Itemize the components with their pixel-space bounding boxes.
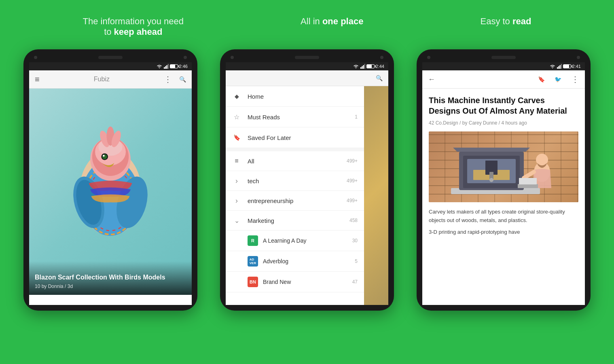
nav-home-label: Home: [248, 93, 358, 100]
channel-r-icon: R: [248, 235, 258, 246]
search-icon[interactable]: [179, 76, 186, 83]
article-reader-content: This Machine Instantly Carves Designs Ou…: [422, 89, 585, 305]
nav-must-reads-label: Must Reads: [248, 114, 348, 121]
phone-1-camera: [34, 56, 37, 59]
article-caption-title: Blazon Scarf Collection With Birds Model…: [35, 273, 186, 282]
phone-3-status-icons: 2:41: [549, 64, 581, 69]
tagline-1-line2-before: to: [104, 27, 114, 37]
nav-must-reads-badge: 1: [355, 114, 358, 120]
tagline-3-bold: read: [512, 16, 531, 26]
list-icon: [232, 157, 241, 165]
bookmark-icon: [232, 133, 241, 142]
phone-2-camera-right: [380, 56, 383, 59]
signal-icon-3: [557, 64, 562, 69]
twitter-icon[interactable]: [555, 76, 561, 83]
phone-1-app-bar: Fubiz: [29, 70, 192, 89]
article-caption-meta: 10 by Donnia / 3d: [35, 284, 186, 289]
wifi-icon-2: [353, 64, 359, 69]
article-body-1: Carvey lets makers of all types create o…: [429, 208, 578, 225]
nav-drawer: Home Must Reads 1 Saved For Later: [226, 86, 388, 305]
tagline-3: Easy to read: [480, 16, 531, 37]
article-main-image: [429, 131, 578, 202]
article-caption: Blazon Scarf Collection With Birds Model…: [29, 261, 192, 295]
nav-all-badge: 499+: [347, 158, 358, 164]
phone-1-speaker: [98, 56, 123, 59]
svg-rect-26: [558, 66, 559, 69]
tagline-1: The information you need to keep ahead: [83, 16, 184, 37]
phone-1-screen: 2:46 Fubiz: [29, 62, 192, 305]
phone-2-screen: 2:44 Home Must Re: [226, 62, 388, 305]
nav-item-tech[interactable]: tech 499+: [226, 171, 364, 191]
battery-icon-2: [366, 64, 375, 68]
phones-row: 2:46 Fubiz: [0, 49, 614, 311]
search-icon-2[interactable]: [376, 74, 383, 82]
nav-bn-label: Brand New: [263, 279, 347, 285]
nav-tech-badge: 499+: [347, 178, 358, 184]
phone-3: 2:41 This Machine Instantly Carves Desig…: [417, 49, 591, 311]
tagline-3-before: Easy to: [480, 16, 512, 26]
nav-saved-label: Saved For Later: [248, 134, 358, 141]
bookmark-icon-reader[interactable]: [538, 76, 545, 83]
phone-1-article-image: Blazon Scarf Collection With Birds Model…: [29, 89, 192, 295]
nav-item-all[interactable]: All 499+: [226, 151, 364, 171]
more-icon[interactable]: [164, 74, 172, 84]
phone-2-speaker: [295, 56, 319, 59]
nav-item-marketing[interactable]: Marketing 458: [226, 211, 364, 231]
channel-adv-icon: ADVER: [248, 256, 258, 267]
tagline-2-bold: one place: [322, 16, 363, 26]
phone-1-top-bar: [29, 55, 192, 62]
nav-item-must-reads[interactable]: Must Reads 1: [226, 107, 364, 127]
battery-icon-3: [563, 64, 571, 68]
back-icon[interactable]: [428, 75, 435, 84]
phone-2-camera: [231, 56, 234, 59]
svg-rect-28: [561, 64, 561, 69]
phone-2-app-bar: [226, 70, 388, 86]
phone-2-status-bar: 2:44: [226, 62, 388, 70]
more-icon-reader[interactable]: [571, 74, 579, 84]
svg-rect-2: [166, 65, 167, 69]
nav-ent-label: entrepreneurship: [248, 197, 340, 204]
nav-item-entrepreneurship[interactable]: entrepreneurship 499+: [226, 191, 364, 211]
phone-3-status-bar: 2:41: [422, 62, 585, 70]
home-icon: [232, 92, 241, 101]
nav-sub-item-adv[interactable]: ADVER Adverblog 5: [226, 251, 364, 272]
app-bar-title: Fubiz: [44, 76, 160, 83]
taglines-row: The information you need to keep ahead A…: [0, 0, 614, 49]
nav-all-label: All: [248, 158, 340, 165]
svg-rect-27: [559, 65, 561, 69]
phone-1-time: 2:46: [179, 64, 188, 69]
menu-icon[interactable]: [35, 75, 40, 84]
cnc-machine-svg: [443, 131, 564, 202]
svg-rect-25: [557, 67, 558, 69]
svg-point-19: [102, 154, 107, 159]
nav-sub-item-bn[interactable]: BN Brand New 47: [226, 272, 364, 292]
tagline-1-line1: The information you need: [83, 16, 184, 26]
chevron-right-icon-tech: [232, 176, 241, 185]
phone-1-status-bar: 2:46: [29, 62, 192, 70]
tagline-2: All in one place: [301, 16, 363, 37]
phone-3-camera-right: [577, 56, 580, 59]
drawer-content: Home Must Reads 1 Saved For Later: [226, 86, 364, 305]
nav-sub-item-r[interactable]: R A Learning A Day 30: [226, 231, 364, 251]
nav-item-saved[interactable]: Saved For Later: [226, 127, 364, 148]
parrot-illustration: [58, 97, 163, 250]
svg-rect-24: [364, 64, 365, 69]
channel-bn-icon: BN: [248, 277, 258, 287]
nav-r-label: A Learning A Day: [263, 237, 347, 244]
phone-3-app-bar: [422, 70, 585, 89]
phone-2: 2:44 Home Must Re: [220, 49, 394, 311]
nav-marketing-badge: 458: [349, 218, 358, 223]
signal-icon: [164, 64, 169, 69]
nav-separator: [226, 148, 364, 151]
nav-item-home[interactable]: Home: [226, 86, 364, 107]
phone-3-screen: 2:41 This Machine Instantly Carves Desig…: [422, 62, 585, 305]
svg-rect-0: [164, 67, 165, 69]
svg-rect-39: [518, 184, 538, 188]
phone-3-top-bar: [422, 55, 585, 62]
nav-r-badge: 30: [352, 238, 358, 243]
nav-adv-badge: 5: [355, 258, 358, 264]
nav-ent-badge: 499+: [347, 198, 358, 203]
svg-rect-1: [165, 66, 166, 69]
tagline-1-bold: keep ahead: [114, 27, 163, 37]
signal-icon-2: [360, 64, 365, 69]
